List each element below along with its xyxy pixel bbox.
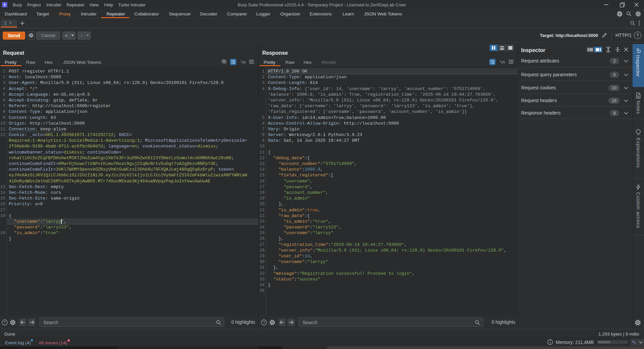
svg-text:?: ?: [263, 320, 265, 324]
svg-text:?: ?: [4, 320, 6, 324]
